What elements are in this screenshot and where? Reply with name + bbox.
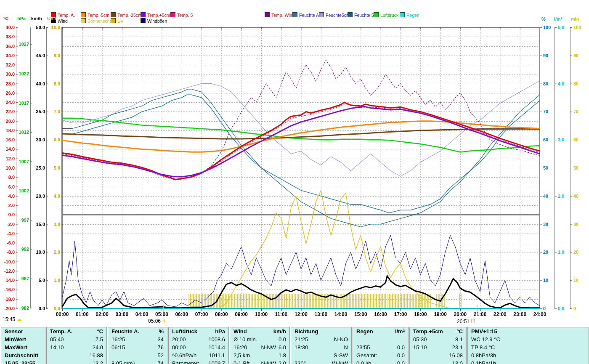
- table-cell: 2,5 km: [233, 351, 250, 359]
- table-cell: 14:10: [50, 343, 64, 351]
- daylight-duration-value: 15:45: [3, 316, 15, 322]
- axis-unit-kmh: km/h: [31, 16, 42, 21]
- legend-label: Temp.-25cm: [117, 13, 142, 18]
- table-cell: MaxWert: [5, 343, 27, 351]
- table-cell: 23:55: [356, 343, 370, 351]
- legend-item-temp-5cm: Temp.+5cm: [141, 12, 170, 18]
- table-cell: 06:15: [111, 343, 125, 351]
- table-cell: TP 8.4 °C: [471, 343, 495, 351]
- table-cell: 24.0: [93, 343, 103, 351]
- table-cell: 05:40: [50, 335, 64, 343]
- table-cell: W-NW: [332, 359, 348, 364]
- table-panel-temp-5cm: Temp.+5cm°C05:308.115:1023.116.0813.0: [409, 327, 467, 364]
- table-cell: 05:30: [413, 335, 427, 343]
- table-cell: 15.05, 23:55: [5, 359, 35, 364]
- legend-label: Feuchte A.: [299, 13, 320, 18]
- legend-swatch: [400, 12, 405, 17]
- table-cell: Sensor: [5, 327, 23, 335]
- legend-swatch: [170, 12, 175, 17]
- sunset-marker: 20:51: [457, 319, 475, 324]
- table-cell: MinWert: [5, 335, 26, 343]
- table-panel-wind: Windkm/hØ 10 min.0.016:20N-NW6.02,5 km1.…: [230, 327, 290, 364]
- table-cell: 15:10: [413, 343, 427, 351]
- table-panel-richtung: Richtung21:25N-NO18:30NS-SW330°W-NW: [291, 327, 352, 364]
- sunset-square-icon: [471, 319, 475, 323]
- legend-swatch: [141, 18, 146, 23]
- table-cell: 7.5: [96, 335, 103, 343]
- table-cell: 0.0: [397, 351, 405, 359]
- table-cell: N: [344, 343, 348, 351]
- table-cell: Luftdruck: [172, 327, 197, 335]
- table-cell: N-NW: [261, 359, 276, 364]
- legend-label: Luftdruck: [380, 13, 398, 18]
- table-cell: 20:00: [172, 335, 186, 343]
- table-cell: 1011.1: [209, 351, 225, 359]
- legend-swatch: [319, 12, 324, 17]
- legend-label: Windböen: [147, 19, 167, 24]
- legend-swatch: [265, 12, 270, 17]
- table-cell: 16:25: [111, 335, 125, 343]
- table-cell: N-NW: [261, 343, 276, 351]
- legend-label: Temp. 5: [177, 13, 193, 18]
- legend-item-temp-wind: Temp. Wind: [265, 12, 294, 18]
- sun-cloud-icon: ☁: [16, 316, 22, 322]
- legend-swatch: [292, 12, 297, 17]
- table-cell: Richtung: [294, 327, 318, 335]
- legend-item-luftdruck: Luftdruck: [374, 12, 398, 18]
- sunset-time: 20:51: [457, 319, 470, 324]
- axis-unit-hpa: hPa: [17, 16, 26, 21]
- table-cell: 0.0: [397, 343, 405, 351]
- legend-item-windb-en: Windböen: [141, 18, 167, 24]
- sunrise-marker: 05:06☀: [148, 318, 167, 324]
- summary-table: SensorMinWertMaxWertDurchschnitt15.05, 2…: [0, 327, 589, 364]
- table-cell: °C: [456, 327, 463, 335]
- table-cell: Barometer:: [172, 359, 199, 364]
- table-cell: 0.8hPa/3h: [471, 351, 496, 359]
- axis-unit-uvi: UV-I: [47, 16, 56, 21]
- table-cell: 0-1 Bft: [233, 359, 249, 364]
- weather-day-chart-canvas: [0, 0, 589, 326]
- table-cell: 6.0: [279, 343, 286, 351]
- table-cell: 0.1hPa/1h: [471, 359, 496, 364]
- table-cell: 1.8: [279, 351, 286, 359]
- table-cell: 2.0: [279, 359, 286, 364]
- table-panel-feuchte-a-: Feuchte A.%16:253406:1576528.05 g/m³74: [108, 327, 167, 364]
- table-cell: hPa: [215, 327, 225, 335]
- axis-unit-temp: °C: [3, 16, 8, 21]
- legend-swatch: [111, 12, 116, 17]
- table-cell: 330°: [294, 359, 306, 364]
- table-cell: Feuchte A.: [111, 327, 139, 335]
- legend-item-feuchte-5: Feuchte 5: [348, 12, 374, 18]
- legend-swatch: [111, 18, 116, 23]
- legend-item-uv: UV: [111, 18, 124, 24]
- table-panel-pmv-1-15: PMV+1:15WC 12.9 °CTP 8.4 °C0.8hPa/3h0.1h…: [467, 327, 589, 364]
- legend-label: Temp. Wind: [271, 13, 294, 18]
- weather-app: Donnerstag, 15.05.2008 Temp. A.Temp.-5cm…: [0, 0, 589, 364]
- table-cell: 8.05 g/m³: [111, 359, 135, 364]
- legend-item-feuchte-a-: Feuchte A.: [292, 12, 320, 18]
- table-panel-luftdruck: LuftdruckhPa20:001008.600:001014.4^0.6hP…: [168, 327, 229, 364]
- table-cell: km/h: [273, 327, 286, 335]
- table-panel-regen: Regenl/m²23:550.0Gesamt:0.00.0 l/h0.0: [353, 327, 409, 364]
- legend-swatch: [81, 18, 86, 23]
- table-cell: 16.88: [89, 351, 103, 359]
- legend-label: Feuchte 5: [354, 13, 374, 18]
- table-cell: 23.1: [452, 343, 463, 351]
- table-cell: 52: [158, 351, 164, 359]
- table-cell: 13.0: [452, 359, 463, 364]
- legend-swatch: [141, 12, 146, 17]
- table-cell: Ø 10 min.: [233, 335, 257, 343]
- legend-label: UV: [117, 19, 124, 24]
- legend-item-temp-5cm: Temp.-5cm: [81, 12, 109, 18]
- sunrise-sun-icon: ☀: [162, 318, 167, 324]
- legend-swatch: [81, 12, 86, 17]
- table-cell: l/m²: [395, 327, 405, 335]
- legend-label: Temp.+5cm: [147, 13, 170, 18]
- table-cell: 0.0: [279, 335, 286, 343]
- table-cell: 13.2: [93, 359, 103, 364]
- table-cell: Temp.+5cm: [413, 327, 443, 335]
- table-cell: 16.08: [449, 351, 463, 359]
- daylight-duration: 15:45☁: [3, 316, 22, 322]
- axis-unit-pct: %: [541, 16, 546, 21]
- table-cell: 34: [158, 335, 164, 343]
